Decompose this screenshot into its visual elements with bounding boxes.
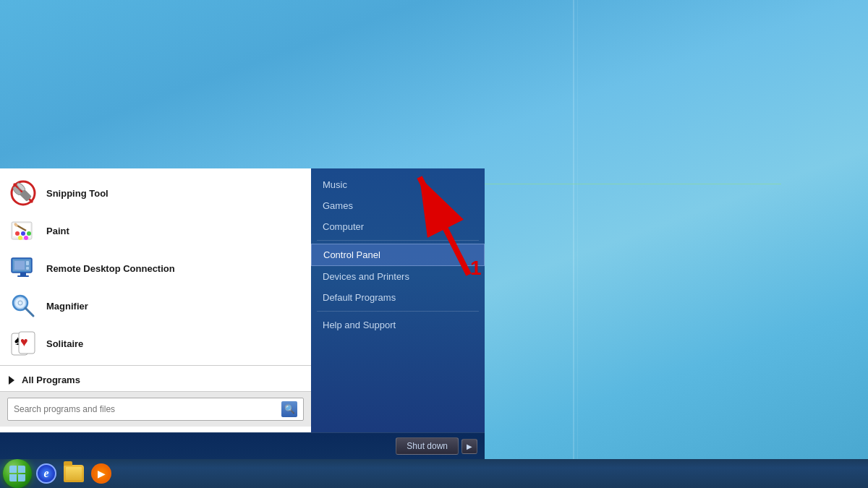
right-menu-item-help-support[interactable]: Help and Support	[311, 314, 485, 335]
svg-text:♥: ♥	[20, 335, 28, 349]
taskbar-ie-button[interactable]: e	[33, 461, 59, 487]
svg-rect-16	[20, 273, 26, 275]
start-button[interactable]	[3, 459, 32, 488]
snipping-tool-label: Snipping Tool	[46, 188, 109, 199]
right-menu-item-default-programs[interactable]: Default Programs	[311, 287, 485, 308]
paint-icon	[9, 216, 38, 245]
svg-rect-20	[26, 267, 29, 270]
svg-point-9	[27, 231, 31, 236]
all-programs-label: All Programs	[22, 374, 80, 385]
right-pane-divider	[317, 240, 479, 241]
right-menu-item-control-panel[interactable]: Control Panel	[311, 244, 485, 266]
right-menu-item-computer[interactable]: Computer	[311, 216, 485, 237]
taskbar: e ▶	[0, 459, 868, 488]
solitaire-label: Solitaire	[46, 338, 83, 349]
remote-desktop-label: Remote Desktop Connection	[46, 263, 175, 274]
taskbar-explorer-button[interactable]	[61, 461, 87, 487]
menu-divider	[0, 365, 311, 366]
menu-item-remote-desktop[interactable]: Remote Desktop Connection	[0, 249, 311, 287]
shutdown-arrow-button[interactable]: ▶	[461, 439, 477, 454]
desktop-divider-2	[577, 0, 578, 459]
remote-desktop-icon	[9, 254, 38, 283]
windows-logo-icon	[9, 466, 25, 481]
paint-label: Paint	[46, 226, 69, 236]
svg-point-10	[18, 236, 22, 240]
svg-line-23	[25, 308, 33, 316]
all-programs-arrow-icon	[9, 376, 14, 385]
right-pane-divider-2	[317, 311, 479, 312]
menu-item-solitaire[interactable]: ♠ ♥ Solitaire	[0, 325, 311, 362]
magnifier-icon	[9, 291, 38, 320]
right-menu-item-music[interactable]: Music	[311, 174, 485, 195]
search-box: 🔍	[7, 398, 304, 421]
solitaire-icon: ♠ ♥	[9, 329, 38, 358]
right-menu-item-games[interactable]: Games	[311, 195, 485, 216]
search-button[interactable]: 🔍	[281, 401, 297, 417]
svg-point-11	[24, 236, 28, 240]
search-input[interactable]	[14, 404, 277, 414]
menu-item-paint[interactable]: Paint	[0, 212, 311, 249]
svg-point-8	[21, 231, 25, 236]
snipping-tool-icon	[9, 179, 38, 207]
start-menu-bottom: Shut down ▶	[0, 432, 485, 459]
taskbar-media-player-button[interactable]: ▶	[88, 461, 114, 487]
start-menu-body: Snipping Tool	[0, 168, 485, 432]
menu-item-snipping-tool[interactable]: Snipping Tool	[0, 174, 311, 212]
media-player-icon: ▶	[91, 463, 111, 484]
shutdown-button[interactable]: Shut down	[396, 437, 459, 455]
start-menu: Snipping Tool	[0, 168, 485, 459]
svg-rect-19	[26, 261, 29, 265]
ie-icon: e	[36, 463, 56, 484]
all-programs-item[interactable]: All Programs	[0, 369, 311, 391]
explorer-icon	[64, 465, 84, 482]
svg-rect-17	[17, 275, 29, 277]
left-pane: Snipping Tool	[0, 168, 311, 432]
desktop-divider-1	[573, 0, 574, 459]
svg-point-7	[15, 231, 20, 236]
menu-item-magnifier[interactable]: Magnifier	[0, 287, 311, 325]
right-pane: Music Games Computer Control Panel Devic…	[311, 168, 485, 432]
search-box-container: 🔍	[0, 391, 311, 427]
magnifier-label: Magnifier	[46, 301, 88, 312]
svg-rect-18	[14, 261, 25, 270]
right-menu-item-devices-printers[interactable]: Devices and Printers	[311, 266, 485, 287]
svg-point-22	[15, 298, 25, 308]
